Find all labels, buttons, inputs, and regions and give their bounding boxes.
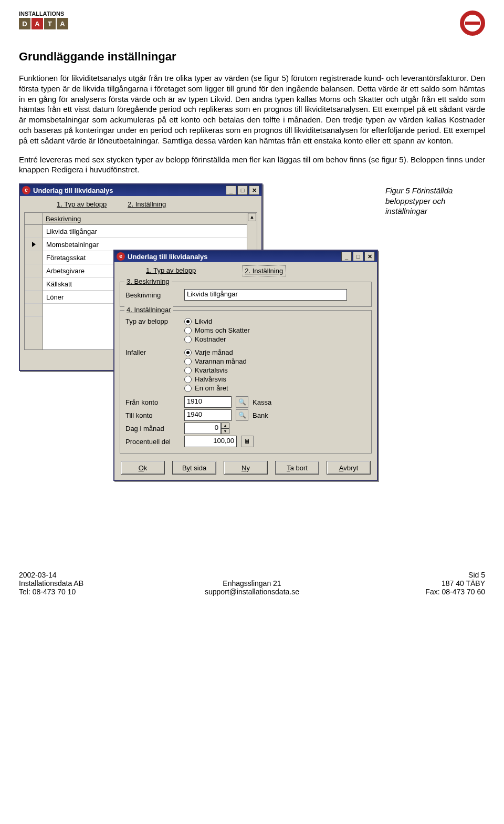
minimize-button[interactable]: _ <box>226 186 236 195</box>
titlebar: e Underlag till likvidanalys _ □ ✕ <box>20 184 261 196</box>
row-pointer-icon <box>32 242 36 247</box>
radio-icon <box>184 358 192 365</box>
label-till-konto-name: Bank <box>253 411 268 419</box>
label-fran-konto: Från konto <box>125 398 180 406</box>
maximize-button[interactable]: □ <box>353 252 363 261</box>
radio-varannan-manad[interactable]: Varannan månad <box>184 357 247 365</box>
footer-date: 2002-03-14 <box>19 571 174 579</box>
window-title: Underlag till likvidanalys <box>33 187 113 194</box>
logo-block-a: A <box>32 18 43 29</box>
minimize-button[interactable]: _ <box>341 252 352 261</box>
close-button[interactable]: ✕ <box>249 186 259 195</box>
figure-area: e Underlag till likvidanalys _ □ ✕ 1. Ty… <box>19 183 485 371</box>
figure-caption: Figur 5 Förinställda beloppstyper och in… <box>385 186 469 217</box>
label-procent: Procentuell del <box>125 438 180 446</box>
input-till-konto[interactable]: 1940 <box>184 409 232 421</box>
tab-row: 1. Typ av belopp 2. Inställning <box>114 262 377 279</box>
window-title: Underlag till likvidanalys <box>128 253 207 261</box>
radio-moms[interactable]: Moms och Skatter <box>184 326 250 334</box>
window-stack: e Underlag till likvidanalys _ □ ✕ 1. Ty… <box>19 183 376 371</box>
logo-block-a2: A <box>57 18 68 29</box>
tab-row: 1. Typ av belopp 2. Inställning <box>20 196 261 211</box>
maximize-button[interactable]: □ <box>237 186 248 195</box>
group-legend: 4. Inställningar <box>124 306 173 314</box>
input-beskrivning[interactable]: Likvida tillgångar <box>184 289 347 301</box>
radio-group-infaller: Varje månad Varannan månad Kvartalsvis H… <box>184 348 247 392</box>
input-procent[interactable]: 100,00 <box>184 436 237 447</box>
ny-button[interactable]: Ny <box>224 461 268 475</box>
footer-zip: 187 40 TÄBY <box>330 579 485 588</box>
radio-en-om-aret[interactable]: En om året <box>184 384 247 392</box>
page-footer: 2002-03-14 Installationsdata AB Tel: 08-… <box>19 571 485 596</box>
tab-installning[interactable]: 2. Inställning <box>128 200 166 208</box>
footer-fax: Fax: 08-473 70 60 <box>330 588 485 596</box>
ta-bort-button[interactable]: Ta bort <box>275 461 319 475</box>
grid-row[interactable]: Likvida tillgångar <box>43 225 247 238</box>
lookup-button[interactable]: 🔍 <box>236 409 248 421</box>
app-icon: e <box>117 252 125 261</box>
logo-right-icon <box>460 11 485 37</box>
footer-email[interactable]: support@installationsdata.se <box>205 588 299 596</box>
section-title: Grundläggande inställningar <box>19 50 485 64</box>
footer-sid: Sid 5 <box>330 571 485 579</box>
byt-sida-button[interactable]: Byt sida <box>172 461 216 475</box>
tab-typ-av-belopp[interactable]: 1. Typ av belopp <box>146 266 196 275</box>
spin-down-icon[interactable]: ▼ <box>221 428 229 434</box>
label-beskrivning: Beskrivning <box>125 291 180 299</box>
titlebar: e Underlag till likvidanalys _ □ ✕ <box>114 251 377 262</box>
paragraph-1: Funktionen för likviditetsanalys utgår f… <box>19 73 485 146</box>
radio-group-typ: Likvid Moms och Skatter Kostnader <box>184 317 250 343</box>
grid-row-selector-col <box>25 213 43 349</box>
group-beskrivning: 3. Beskrivning Beskrivning Likvida tillg… <box>120 282 372 307</box>
page-header: INSTALLATIONS D A T A <box>19 11 485 37</box>
radio-icon <box>184 327 192 334</box>
grid-col-header: Beskrivning <box>43 213 247 225</box>
radio-likvid[interactable]: Likvid <box>184 317 250 325</box>
logo-left: INSTALLATIONS D A T A <box>19 11 68 29</box>
label-typ: Typ av belopp <box>125 317 180 325</box>
radio-icon <box>184 376 192 383</box>
ok-button[interactable]: Ok <box>121 461 165 475</box>
avbryt-button[interactable]: Avbryt <box>327 461 371 475</box>
window-settings: e Underlag till likvidanalys _ □ ✕ 1. Ty… <box>113 250 378 481</box>
label-infaller: Infaller <box>125 348 180 356</box>
group-installningar: 4. Inställningar Typ av belopp Likvid Mo… <box>120 310 372 454</box>
radio-icon <box>184 336 192 343</box>
calculator-icon[interactable]: 🖩 <box>241 436 254 447</box>
footer-tel: Tel: 08-473 70 10 <box>19 588 174 596</box>
radio-icon <box>184 367 192 374</box>
radio-varje-manad[interactable]: Varje månad <box>184 348 247 356</box>
app-icon: e <box>22 186 30 194</box>
radio-kvartalsvis[interactable]: Kvartalsvis <box>184 366 247 374</box>
radio-halvarsvis[interactable]: Halvårsvis <box>184 375 247 383</box>
tab-typ-av-belopp[interactable]: 1. Typ av belopp <box>57 200 107 208</box>
group-legend: 3. Beskrivning <box>124 277 172 285</box>
tab-installning[interactable]: 2. Inställning <box>243 266 285 275</box>
lookup-button[interactable]: 🔍 <box>236 396 248 408</box>
logo-text-top: INSTALLATIONS <box>19 11 68 17</box>
button-row: Ok Byt sida Ny Ta bort Avbryt <box>114 457 377 480</box>
paragraph-2: Entré levereras med sex stycken typer av… <box>19 154 485 176</box>
logo-block-d: D <box>19 18 30 29</box>
spin-up-icon[interactable]: ▲ <box>221 423 229 428</box>
close-button[interactable]: ✕ <box>364 252 375 261</box>
input-dag[interactable]: 0 <box>184 423 221 434</box>
spinner-dag[interactable]: 0 ▲▼ <box>184 423 229 434</box>
label-till-konto: Till konto <box>125 411 180 419</box>
label-fran-konto-name: Kassa <box>253 398 271 406</box>
footer-street: Enhagsslingan 21 <box>174 579 330 588</box>
radio-icon <box>184 318 192 325</box>
logo-block-t: T <box>44 18 56 29</box>
input-fran-konto[interactable]: 1910 <box>184 396 232 408</box>
radio-icon <box>184 349 192 356</box>
radio-icon <box>184 385 192 392</box>
footer-company: Installationsdata AB <box>19 579 174 588</box>
scroll-up-icon[interactable]: ▲ <box>248 213 256 221</box>
radio-kostnader[interactable]: Kostnader <box>184 335 250 343</box>
label-dag: Dag i månad <box>125 425 180 432</box>
logo-blocks: D A T A <box>19 18 68 29</box>
